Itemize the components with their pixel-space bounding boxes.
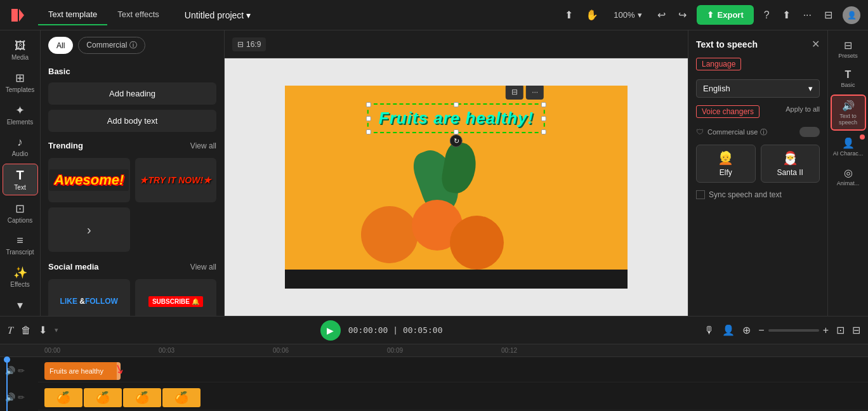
layout-button[interactable]: ⊟ xyxy=(852,324,860,336)
video-edit-icon[interactable]: ✏ xyxy=(18,393,25,402)
video-thumb-4: 🍊 xyxy=(162,388,201,407)
zoom-in-button[interactable]: + xyxy=(823,325,829,336)
sidebar-item-text[interactable]: T Text xyxy=(3,164,38,195)
handle-bottom-left[interactable] xyxy=(366,129,371,134)
social-media-view-all[interactable]: View all xyxy=(190,263,216,271)
duplicate-button[interactable]: ⊟ xyxy=(506,86,523,100)
tts-close-button[interactable]: ✕ xyxy=(812,38,820,50)
trending-grid: Awesome! ★TRY IT NOW!★ › xyxy=(41,154,224,256)
sidebar-item-transcript[interactable]: ≡ Transcript xyxy=(3,230,38,259)
sidebar-collapse[interactable]: ▾ xyxy=(3,294,38,316)
language-dropdown[interactable]: English ▾ xyxy=(696,79,820,98)
video-thumb-1: 🍊 xyxy=(44,388,82,407)
commercial-use-toggle[interactable] xyxy=(799,127,820,137)
split-button[interactable]: ⊕ xyxy=(742,324,751,336)
topbar-icons: ⬆ ✋ 100%▾ ↩ ↪ ⬆ Export ? ⬆ ··· ⊟ 👤 xyxy=(562,5,860,25)
canvas-content: ⊟ ··· Fruits are healthy! ↻ xyxy=(225,58,688,316)
more-button[interactable]: ··· xyxy=(801,7,814,23)
mic-button[interactable]: 🎙 xyxy=(704,325,714,336)
download-button[interactable]: ⬇ xyxy=(39,324,47,336)
video-track-clip[interactable]: 🍊 🍊 🍊 🍊 xyxy=(44,388,209,407)
fruit-3 xyxy=(450,216,504,270)
more-options-button[interactable]: ··· xyxy=(526,86,544,100)
handle-bottom-mid[interactable] xyxy=(454,129,459,134)
sidebar-item-basic[interactable]: T Basic xyxy=(831,65,866,92)
aspect-ratio-button[interactable]: ⊟ 16:9 xyxy=(232,37,266,51)
add-body-button[interactable]: Add body text xyxy=(48,110,216,132)
canvas-area: ⊟ 16:9 ⊟ ··· xyxy=(225,30,688,316)
filter-commercial[interactable]: Commercial ⓘ xyxy=(78,37,145,54)
trending-arrow[interactable]: › xyxy=(48,207,130,252)
add-heading-button[interactable]: Add heading xyxy=(48,82,216,105)
commercial-use-label: Commercial use ⓘ xyxy=(707,127,767,137)
text-tool-button[interactable]: 𝑇 xyxy=(8,325,13,336)
zoom-out-button[interactable]: − xyxy=(758,325,764,336)
hand-tool[interactable]: ✋ xyxy=(583,6,601,23)
ruler-mark-4: 00:12 xyxy=(501,347,517,354)
sidebar-item-effects[interactable]: ✨ Effects xyxy=(3,262,38,292)
avatar[interactable]: 👤 xyxy=(843,6,860,24)
timeline-content: 00:00 00:03 00:06 00:09 00:12 🔊 ✏ Fruits… xyxy=(0,344,868,411)
shield-icon: 🛡 xyxy=(696,127,704,136)
split-view-button[interactable]: ⊟ xyxy=(822,6,835,23)
filter-all[interactable]: All xyxy=(48,37,73,54)
project-name[interactable]: Untitled project ▾ xyxy=(185,10,251,20)
santa-icon: 🎅 xyxy=(766,150,815,166)
delete-button[interactable]: 🗑 xyxy=(21,325,31,336)
sidebar-item-elements[interactable]: ✦ Elements xyxy=(3,100,38,129)
subscribe-template: SUBSCRIBE 🔔 xyxy=(148,296,203,307)
effects-icon: ✨ xyxy=(13,266,27,280)
handle-bottom-right[interactable] xyxy=(541,129,546,134)
voice-card-santa[interactable]: 🎅 Santa II xyxy=(761,145,820,183)
trending-card-2[interactable]: ★TRY IT NOW!★ xyxy=(135,158,217,202)
canvas-text-element[interactable]: ⊟ ··· Fruits are healthy! ↻ xyxy=(367,103,545,133)
basic-icon: T xyxy=(845,69,852,81)
voice-card-elfy[interactable]: 👱 Elfy xyxy=(696,145,756,183)
trending-view-all[interactable]: View all xyxy=(190,141,216,150)
sidebar-item-animat[interactable]: ◎ Animat... xyxy=(831,163,866,190)
tab-text-template[interactable]: Text template xyxy=(38,4,107,25)
play-button[interactable]: ▶ xyxy=(320,320,341,341)
text-icon: T xyxy=(16,168,23,183)
zoom-control[interactable]: 100%▾ xyxy=(608,8,647,22)
track-edit-icon[interactable]: ✏ xyxy=(18,366,25,375)
undo-button[interactable]: ↩ xyxy=(655,6,668,23)
social-card-1[interactable]: LIKE &FOLLOW xyxy=(48,279,130,316)
social-media-title: Social media xyxy=(48,262,98,271)
sync-checkbox[interactable] xyxy=(696,190,705,199)
zoom-bar[interactable] xyxy=(768,329,819,332)
sidebar-item-presets[interactable]: ⊟ Presets xyxy=(831,36,866,63)
download-chevron: ▾ xyxy=(55,326,58,334)
handle-mid-left[interactable] xyxy=(366,116,371,121)
avatar-button[interactable]: 👤 xyxy=(722,324,735,336)
share-button[interactable]: ⬆ xyxy=(780,6,793,23)
handle-top-right[interactable] xyxy=(541,102,546,107)
apply-to-all[interactable]: Apply to all xyxy=(786,105,820,113)
fullscreen-button[interactable]: ⊡ xyxy=(836,324,845,336)
handle-top-left[interactable] xyxy=(366,102,371,107)
sidebar-item-audio[interactable]: ♪ Audio xyxy=(3,132,38,161)
handle-top-mid[interactable] xyxy=(454,102,459,107)
help-button[interactable]: ? xyxy=(761,7,772,23)
ruler-mark-0: 00:00 xyxy=(44,347,60,354)
text-track-clip[interactable]: Fruits are healthy xyxy=(44,362,121,380)
rotate-handle[interactable]: ↻ xyxy=(450,134,463,147)
tab-text-effects[interactable]: Text effects xyxy=(107,4,169,25)
cursor-tool[interactable]: ⬆ xyxy=(562,6,575,23)
trending-card-1[interactable]: Awesome! xyxy=(48,158,130,202)
playhead[interactable] xyxy=(6,360,8,411)
sidebar-item-text-to-speech[interactable]: 🔊 Text to speech xyxy=(831,95,866,131)
sync-label: Sync speech and text xyxy=(709,190,782,199)
timeline: 𝑇 🗑 ⬇ ▾ ▶ 00:00:00 | 00:05:00 🎙 👤 ⊕ − + … xyxy=(0,316,868,411)
sidebar-item-captions[interactable]: ⊡ Captions xyxy=(3,198,38,228)
handle-mid-right[interactable] xyxy=(541,116,546,121)
media-icon: 🖼 xyxy=(15,39,26,53)
sidebar-item-templates[interactable]: ⊞ Templates xyxy=(3,67,38,97)
social-media-section-header: Social media View all xyxy=(41,256,224,275)
social-card-2[interactable]: SUBSCRIBE 🔔 xyxy=(135,279,217,316)
text-to-speech-icon: 🔊 xyxy=(842,100,855,112)
sidebar-item-ai-charac[interactable]: 👤 AI Charac... xyxy=(831,133,866,160)
export-button[interactable]: ⬆ Export xyxy=(697,5,754,25)
redo-button[interactable]: ↪ xyxy=(676,6,689,23)
sidebar-item-media[interactable]: 🖼 Media xyxy=(3,36,38,65)
